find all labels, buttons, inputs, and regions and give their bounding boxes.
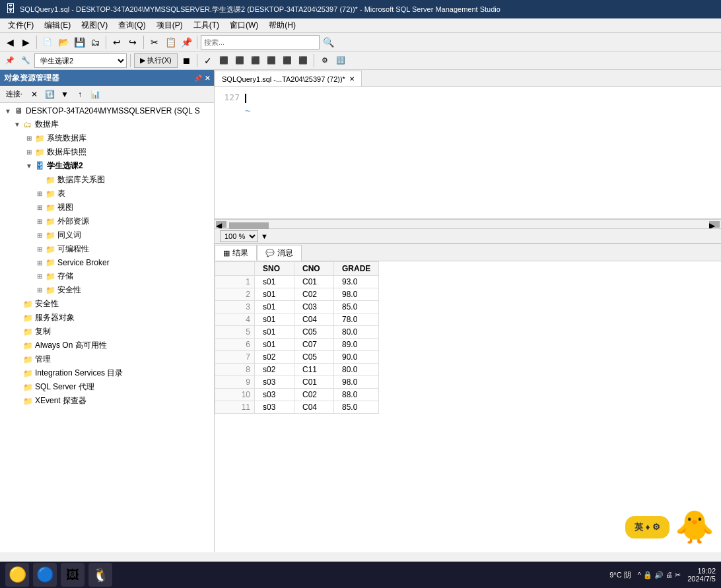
- taskbar-date: 2024/7/5: [687, 575, 716, 583]
- toolbar-b6[interactable]: ⬛: [296, 53, 310, 68]
- db-security-node[interactable]: ⊞ 📁 安全性: [0, 283, 214, 297]
- toolbar-b1[interactable]: ⬛: [217, 53, 231, 68]
- toolbar-b2[interactable]: ⬛: [232, 53, 247, 68]
- alwayson-icon: 📁: [22, 341, 33, 351]
- cell-rownum: 10: [215, 389, 255, 401]
- menu-window[interactable]: 窗口(W): [224, 18, 263, 32]
- main-layout: 对象资源管理器 📌 ✕ 连接· ✕ 🔃 ▼ ↑ 📊 ▼ 🖥 DESKTOP-34…: [0, 70, 721, 552]
- scroll-track[interactable]: [228, 221, 708, 228]
- toolbar-b3[interactable]: ⬛: [248, 53, 263, 68]
- parse-button[interactable]: ✓: [201, 53, 215, 68]
- toolbar-cut[interactable]: ✂: [147, 35, 162, 49]
- results-tab-messages[interactable]: 💬 消息: [257, 245, 302, 261]
- results-tab-results[interactable]: ▦ 结果: [215, 245, 257, 261]
- server-objects-node[interactable]: 📁 服务器对象: [0, 311, 214, 325]
- cell-rownum: 7: [215, 351, 255, 364]
- service-broker-node[interactable]: ⊞ 📁 Service Broker: [0, 256, 214, 269]
- toolbar-sep1: [36, 36, 37, 49]
- sql-agent-node[interactable]: 📁 SQL Server 代理: [0, 380, 214, 394]
- toolbar-b8[interactable]: 🔢: [333, 53, 348, 68]
- search-button[interactable]: 🔍: [321, 35, 335, 49]
- toolbar-save-all[interactable]: 🗂: [88, 35, 102, 49]
- toolbar-new-query[interactable]: 📄: [40, 35, 55, 49]
- execute-button[interactable]: ▶ 执行(X): [134, 53, 178, 68]
- toolbar-save[interactable]: 💾: [72, 35, 86, 49]
- editor-scrollbar[interactable]: ◀ ▶: [215, 219, 721, 228]
- connect-button[interactable]: 连接·: [3, 88, 26, 101]
- editor-area[interactable]: 127 ~: [215, 87, 721, 219]
- toolbar-filter[interactable]: 🔧: [18, 53, 33, 68]
- menu-bar: 文件(F) 编辑(E) 视图(V) 查询(Q) 项目(P) 工具(T) 窗口(W…: [0, 18, 721, 33]
- storage-node[interactable]: ⊞ 📁 存储: [0, 269, 214, 283]
- results-panel: ▦ 结果 💬 消息 SNO CNO GRADE: [215, 243, 721, 461]
- toolbar-copy[interactable]: 📋: [163, 35, 178, 49]
- taskbar-app-2[interactable]: 🔵: [33, 563, 57, 587]
- cell-cno: C07: [294, 339, 334, 351]
- toolbar-b7[interactable]: ⚙: [318, 53, 332, 68]
- programmability-node[interactable]: ⊞ 📁 可编程性: [0, 242, 214, 256]
- scroll-left[interactable]: ◀: [216, 221, 226, 228]
- toolbar-redo[interactable]: ↪: [125, 35, 140, 49]
- student-db-node[interactable]: ▼ 🗄 学生选课2: [0, 159, 214, 173]
- synonyms-node[interactable]: ⊞ 📁 同义词: [0, 228, 214, 242]
- results-tab-label: 结果: [232, 247, 248, 259]
- menu-project[interactable]: 项目(P): [151, 18, 188, 32]
- system-dbs-expand-icon: ⊞: [24, 135, 34, 142]
- taskbar-app-4[interactable]: 🐧: [88, 563, 112, 587]
- menu-file[interactable]: 文件(F): [3, 18, 39, 32]
- toolbar-back[interactable]: ◀: [3, 35, 17, 49]
- cell-grade: 80.0: [334, 326, 379, 339]
- views-node[interactable]: ⊞ 📁 视图: [0, 201, 214, 214]
- db-snapshots-expand-icon: ⊞: [24, 148, 34, 156]
- replication-node[interactable]: 📁 复制: [0, 325, 214, 339]
- toolbar-pin[interactable]: 📌: [3, 53, 17, 68]
- query-tab[interactable]: SQLQuery1.sql -...TA204\25397 (72))* ✕: [215, 71, 362, 86]
- toolbar-open[interactable]: 📂: [56, 35, 71, 49]
- zoom-dropdown-arrow[interactable]: ▼: [261, 232, 268, 240]
- results-grid-icon: ▦: [223, 249, 230, 257]
- menu-help[interactable]: 帮助(H): [263, 18, 301, 32]
- alwayson-node[interactable]: 📁 Always On 高可用性: [0, 339, 214, 352]
- menu-tools[interactable]: 工具(T): [188, 18, 224, 32]
- disconnect-button[interactable]: ✕: [28, 88, 41, 101]
- toolbar-undo[interactable]: ↩: [110, 35, 124, 49]
- xevent-node[interactable]: 📁 XEvent 探查器: [0, 394, 214, 408]
- filter-button[interactable]: ▼: [58, 88, 71, 101]
- refresh-button[interactable]: 🔃: [43, 88, 56, 101]
- scroll-right[interactable]: ▶: [709, 221, 720, 228]
- tab-close-icon[interactable]: ✕: [349, 75, 355, 82]
- db-diagram-node[interactable]: 📁 数据库关系图: [0, 173, 214, 187]
- sidebar-close-icon[interactable]: ✕: [205, 75, 210, 82]
- search-input[interactable]: [201, 35, 320, 49]
- integration-services-node[interactable]: 📁 Integration Services 目录: [0, 366, 214, 380]
- summary-button[interactable]: 📊: [88, 88, 102, 101]
- messages-tab-label: 消息: [277, 247, 293, 259]
- toolbar-b5[interactable]: ⬛: [280, 53, 294, 68]
- menu-view[interactable]: 视图(V): [76, 18, 113, 32]
- tables-node[interactable]: ⊞ 📁 表: [0, 187, 214, 201]
- menu-query[interactable]: 查询(Q): [113, 18, 151, 32]
- taskbar-app-1[interactable]: 🟡: [5, 563, 29, 587]
- toolbar-b4[interactable]: ⬛: [264, 53, 279, 68]
- scroll-thumb[interactable]: [229, 222, 269, 229]
- collapse-button[interactable]: ↑: [73, 88, 86, 101]
- menu-edit[interactable]: 编辑(E): [39, 18, 76, 32]
- taskbar-app-3[interactable]: 🖼: [61, 563, 85, 587]
- sidebar-pin[interactable]: 📌: [194, 75, 202, 82]
- xevent-label: XEvent 探查器: [35, 395, 86, 407]
- toolbar-paste[interactable]: 📌: [179, 35, 193, 49]
- db-selector[interactable]: 学生选课2: [34, 53, 127, 68]
- databases-node[interactable]: ▼ 🗂 数据库: [0, 117, 214, 131]
- table-row: 10s03C0288.0: [215, 389, 379, 401]
- toolbar-sep3: [143, 36, 144, 49]
- management-node[interactable]: 📁 管理: [0, 352, 214, 366]
- toolbar-forward[interactable]: ▶: [18, 35, 33, 49]
- server-node[interactable]: ▼ 🖥 DESKTOP-34TA204\MYMSSQLSERVER (SQL S: [0, 104, 214, 117]
- stop-button[interactable]: ⏹: [179, 53, 193, 68]
- system-dbs-node[interactable]: ⊞ 📁 系统数据库: [0, 131, 214, 145]
- db-snapshots-node[interactable]: ⊞ 📁 数据库快照: [0, 145, 214, 159]
- zoom-selector[interactable]: 100 %: [220, 230, 258, 242]
- security-node[interactable]: 📁 安全性: [0, 297, 214, 311]
- cell-grade: 93.0: [334, 276, 379, 288]
- external-resources-node[interactable]: ⊞ 📁 外部资源: [0, 214, 214, 228]
